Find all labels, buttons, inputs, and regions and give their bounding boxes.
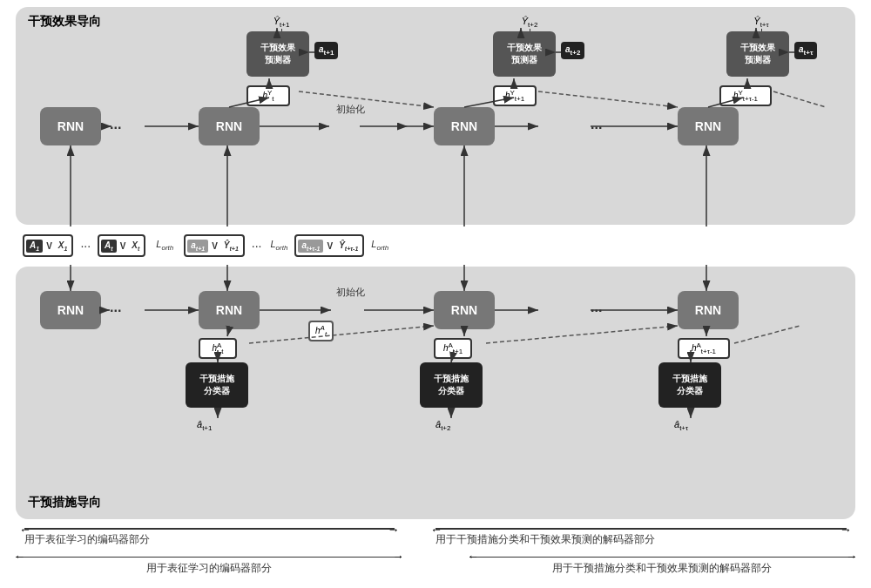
- classifier-3: 干预措施分类器: [658, 362, 721, 408]
- action-t1: at+1: [314, 42, 338, 59]
- lorth-2: Lorth: [268, 239, 289, 252]
- top-rnn-1: RNN: [40, 107, 101, 145]
- a-hat-t2: ât+2: [436, 419, 450, 432]
- action-t2: at+2: [561, 42, 584, 59]
- h-ttau1a: hAt+τ-1: [678, 338, 730, 359]
- top-panel: 干预效果导向 Ŷt+1 Ŷt+2 Ŷt+τ 干预效果预测器: [16, 7, 855, 225]
- lorth-1: Lorth: [151, 239, 179, 252]
- init-label-bot: 初始化: [336, 286, 365, 299]
- lorth-3: Lorth: [369, 239, 390, 252]
- dots-top-1: ···: [110, 120, 121, 136]
- input-group-ttau1: at+τ-1 V Ŷt+τ-1: [294, 234, 364, 257]
- predictor-2: 干预效果预测器: [493, 31, 556, 77]
- predictor-1: 干预效果预测器: [246, 31, 309, 77]
- a-hat-ttau: ât+τ: [674, 419, 688, 432]
- h-t1y: hYt+1: [493, 85, 537, 106]
- bot-rnn-1: RNN: [40, 291, 101, 329]
- init-label-top: 初始化: [336, 103, 365, 116]
- top-rnn-2: RNN: [199, 107, 260, 145]
- input-group-1: A1 V X1: [23, 234, 73, 257]
- h-ty: hYt: [246, 85, 290, 106]
- predictor-3: 干预效果预测器: [726, 31, 789, 77]
- bottom-section-label: 干预措施导向: [28, 495, 101, 510]
- h-ta: hAt: [199, 338, 237, 359]
- h-ta-arrow: hAt: [308, 321, 334, 341]
- decoder-label: 用于干预措施分类和干预效果预测的解码器部分: [436, 532, 655, 547]
- bot-rnn-3: RNN: [434, 291, 495, 329]
- h-t1a: hAt+1: [434, 338, 472, 359]
- top-section-label: 干预效果导向: [28, 14, 101, 30]
- h-ttau1y: hYt+τ-1: [719, 85, 772, 106]
- a-hat-t1: ât+1: [197, 419, 212, 432]
- encoder-label: 用于表征学习的编码器部分: [24, 532, 150, 547]
- classifier-2: 干预措施分类器: [420, 362, 483, 408]
- input-group-t1: at+1 V Ŷt+1: [184, 234, 245, 257]
- decoder-label-text: 用于干预措施分类和干预效果预测的解码器部分: [552, 562, 772, 574]
- classifier-1: 干预措施分类器: [186, 362, 248, 408]
- dots-bot-2: ···: [591, 303, 602, 319]
- encoder-label-text: 用于表征学习的编码器部分: [146, 562, 272, 574]
- action-ttau: at+τ: [794, 42, 817, 59]
- bot-rnn-2: RNN: [199, 291, 260, 329]
- bot-rnn-4: RNN: [678, 291, 739, 329]
- top-rnn-3: RNN: [434, 107, 495, 145]
- dots-mid-1: ···: [78, 239, 92, 253]
- middle-row: A1 V X1 ··· At V Xt Lorth at+1 V Ŷt+1 ··…: [16, 226, 855, 265]
- bottom-panel: RNN RNN RNN RNN 初始化 ··· ···: [16, 267, 855, 519]
- top-rnn-4: RNN: [678, 107, 739, 145]
- dots-top-2: ···: [591, 120, 602, 136]
- bottom-arrows-container: ← → ← → 用于表征学习的编码器部分 用于干预措施分类和干预效果预测的解码器…: [16, 557, 855, 577]
- dots-mid-2: ···: [250, 239, 264, 253]
- dots-bot-1: ···: [110, 303, 121, 319]
- input-group-t: At V Xt: [98, 234, 145, 257]
- bottom-labels-row: ← → 用于表征学习的编码器部分 ← → 用于干预措施分类和干预效果预测的解码器…: [16, 528, 855, 547]
